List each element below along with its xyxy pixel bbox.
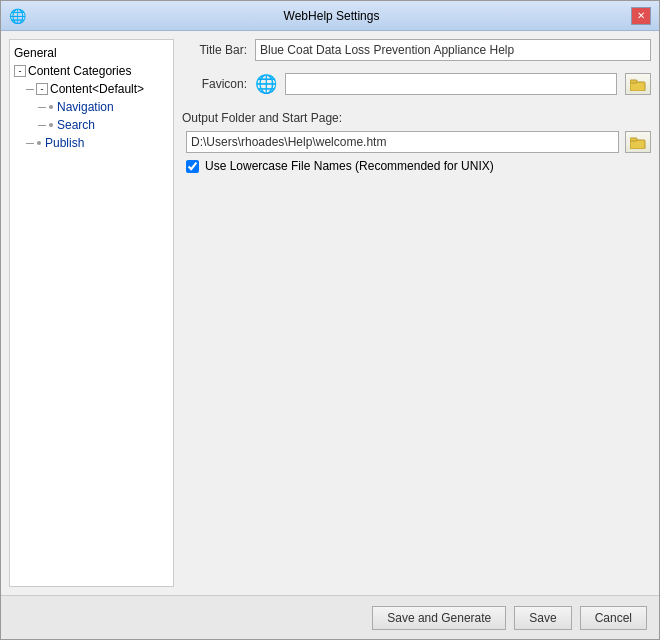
- title-bar-input[interactable]: [255, 39, 651, 61]
- dialog-title: WebHelp Settings: [32, 9, 631, 23]
- output-browse-button[interactable]: [625, 131, 651, 153]
- favicon-browse-button[interactable]: [625, 73, 651, 95]
- favicon-label: Favicon:: [182, 77, 247, 91]
- sidebar-item-general[interactable]: General: [10, 44, 173, 62]
- save-generate-button[interactable]: Save and Generate: [372, 606, 506, 630]
- favicon-input[interactable]: [285, 73, 617, 95]
- folder-icon: [630, 78, 646, 91]
- sidebar-item-navigation[interactable]: Navigation: [10, 98, 173, 116]
- favicon-globe-icon: 🌐: [255, 75, 277, 93]
- leaf-dot-publish: [37, 141, 41, 145]
- svg-rect-1: [630, 80, 637, 83]
- title-bar-controls: ✕: [631, 7, 651, 25]
- svg-rect-3: [630, 138, 637, 141]
- bottom-bar: Save and Generate Save Cancel: [1, 595, 659, 639]
- output-path-input[interactable]: [186, 131, 619, 153]
- sidebar-tree: General - Content Categories - Content<D…: [9, 39, 174, 587]
- title-bar-row: Title Bar:: [182, 39, 651, 61]
- leaf-dot-navigation: [49, 105, 53, 109]
- title-bar-label: Title Bar:: [182, 43, 247, 57]
- content-area: General - Content Categories - Content<D…: [1, 31, 659, 595]
- title-bar: 🌐 WebHelp Settings ✕: [1, 1, 659, 31]
- sidebar-item-content-default[interactable]: - Content<Default>: [10, 80, 173, 98]
- lowercase-label: Use Lowercase File Names (Recommended fo…: [205, 159, 494, 173]
- cancel-button[interactable]: Cancel: [580, 606, 647, 630]
- main-panel: Title Bar: Favicon: 🌐 Output Folder and …: [182, 39, 651, 587]
- save-button[interactable]: Save: [514, 606, 571, 630]
- sidebar-item-publish[interactable]: Publish: [10, 134, 173, 152]
- output-section-label: Output Folder and Start Page:: [182, 111, 651, 125]
- close-button[interactable]: ✕: [631, 7, 651, 25]
- output-section: Output Folder and Start Page: Use Lowerc…: [182, 107, 651, 173]
- dialog-window: 🌐 WebHelp Settings ✕ General - Content C…: [0, 0, 660, 640]
- expand-icon-content-categories[interactable]: -: [14, 65, 26, 77]
- lowercase-checkbox[interactable]: [186, 160, 199, 173]
- sidebar-item-search[interactable]: Search: [10, 116, 173, 134]
- sidebar-item-content-categories[interactable]: - Content Categories: [10, 62, 173, 80]
- output-path-row: [182, 131, 651, 153]
- leaf-dot-search: [49, 123, 53, 127]
- title-bar-icon: 🌐: [9, 8, 26, 24]
- favicon-row: Favicon: 🌐: [182, 73, 651, 95]
- expand-icon-content-default[interactable]: -: [36, 83, 48, 95]
- output-folder-icon: [630, 136, 646, 149]
- lowercase-checkbox-row: Use Lowercase File Names (Recommended fo…: [186, 159, 651, 173]
